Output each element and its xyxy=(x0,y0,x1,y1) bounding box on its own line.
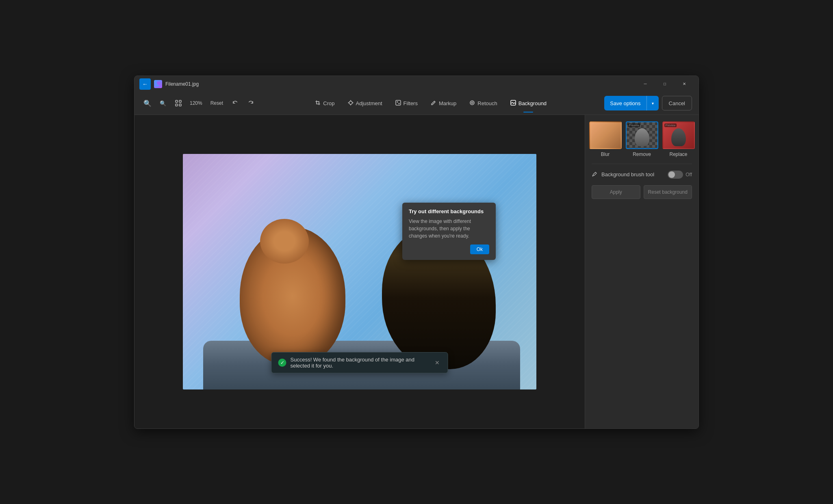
remove-preview-label: Preview xyxy=(628,123,640,127)
blur-background-option[interactable]: Blur xyxy=(589,121,622,157)
right-panel: Blur Preview Remove Preview Re xyxy=(585,115,699,428)
filters-icon xyxy=(395,100,401,107)
title-bar-left: ← Filename01.jpg xyxy=(139,78,636,90)
reset-button[interactable]: Reset xyxy=(207,99,226,108)
toggle-thumb xyxy=(668,171,675,178)
brush-icon xyxy=(592,171,598,178)
svg-rect-5 xyxy=(179,104,181,106)
panel-divider xyxy=(592,164,692,164)
background-tooltip: Try out different backgrounds View the i… xyxy=(402,203,496,260)
back-icon: ← xyxy=(142,81,148,87)
svg-rect-1 xyxy=(157,82,160,85)
fit-button[interactable] xyxy=(172,97,185,110)
apply-button[interactable]: Apply xyxy=(592,185,640,199)
remove-thumbnail: Preview xyxy=(626,121,658,149)
background-thumbnails: Blur Preview Remove Preview Re xyxy=(592,121,692,157)
svg-rect-4 xyxy=(176,104,178,106)
crop-icon xyxy=(315,100,321,107)
toolbar-left: 🔍 🔍 120% Reset xyxy=(141,97,257,110)
svg-point-11 xyxy=(471,102,473,104)
markup-icon xyxy=(431,100,436,107)
maximize-button[interactable]: □ xyxy=(655,78,674,91)
toast-message: Success! We found the background of the … xyxy=(291,357,429,369)
close-icon: ✕ xyxy=(683,82,686,86)
toolbar: 🔍 🔍 120% Reset Crop xyxy=(134,92,699,115)
image-container: Try out different backgrounds View the i… xyxy=(183,154,536,389)
save-options-arrow[interactable]: ▾ xyxy=(646,96,659,110)
minimize-button[interactable]: ─ xyxy=(636,78,655,91)
toolbar-right: Save options ▾ Cancel xyxy=(604,96,692,110)
success-icon: ✓ xyxy=(278,359,286,367)
minimize-icon: ─ xyxy=(644,82,646,86)
canvas-area: Try out different backgrounds View the i… xyxy=(134,115,585,428)
svg-rect-2 xyxy=(176,100,178,102)
window-title: Filename01.jpg xyxy=(165,81,199,87)
undo-button[interactable] xyxy=(229,97,242,110)
close-button[interactable]: ✕ xyxy=(675,78,694,91)
svg-point-6 xyxy=(349,101,352,104)
toast-close-button[interactable]: ✕ xyxy=(433,359,441,367)
toolbar-center: Crop Adjustment Filters Markup xyxy=(260,97,601,109)
replace-background-option[interactable]: Preview Replace xyxy=(662,121,695,157)
main-content: Try out different backgrounds View the i… xyxy=(134,115,699,428)
tooltip-title: Try out different backgrounds xyxy=(409,208,489,214)
brush-toggle[interactable]: Off xyxy=(668,171,692,179)
cancel-button[interactable]: Cancel xyxy=(662,96,692,110)
background-tool-button[interactable]: Background xyxy=(505,97,552,109)
retouch-icon xyxy=(469,100,475,107)
retouch-tool-button[interactable]: Retouch xyxy=(464,97,503,109)
title-bar: ← Filename01.jpg ─ □ ✕ xyxy=(134,76,699,92)
photos-icon xyxy=(155,81,161,87)
blur-thumbnail xyxy=(589,121,622,149)
save-options-label: Save options xyxy=(604,96,646,110)
markup-tool-button[interactable]: Markup xyxy=(425,97,462,109)
background-icon xyxy=(510,100,516,107)
brush-tool-row: Background brush tool Off xyxy=(592,171,692,179)
redo-button[interactable] xyxy=(244,97,257,110)
zoom-out-button[interactable]: 🔍 xyxy=(156,97,169,110)
save-options-button[interactable]: Save options ▾ xyxy=(604,96,658,110)
adjustment-icon xyxy=(348,100,354,107)
zoom-in-button[interactable]: 🔍 xyxy=(141,97,154,110)
tooltip-ok-button[interactable]: Ok xyxy=(470,244,489,254)
reset-background-button[interactable]: Reset background xyxy=(644,185,692,199)
blur-label: Blur xyxy=(601,151,610,157)
toggle-state: Off xyxy=(685,172,692,177)
replace-thumbnail: Preview xyxy=(662,121,695,149)
adjustment-tool-button[interactable]: Adjustment xyxy=(342,97,388,109)
svg-point-8 xyxy=(397,101,398,102)
svg-point-9 xyxy=(398,103,399,104)
app-icon xyxy=(154,80,162,88)
svg-rect-3 xyxy=(179,100,181,102)
action-buttons: Apply Reset background xyxy=(592,185,692,199)
crop-tool-button[interactable]: Crop xyxy=(309,97,340,109)
app-window: ← Filename01.jpg ─ □ ✕ 🔍 xyxy=(134,76,699,429)
fluffy-dog xyxy=(232,211,354,365)
tooltip-body: View the image with different background… xyxy=(409,218,489,240)
remove-label: Remove xyxy=(633,151,651,157)
svg-point-10 xyxy=(470,101,474,105)
back-button[interactable]: ← xyxy=(139,78,151,90)
window-controls: ─ □ ✕ xyxy=(636,78,694,91)
svg-rect-7 xyxy=(396,100,401,105)
maximize-icon: □ xyxy=(664,82,666,86)
replace-preview-label: Preview xyxy=(664,123,677,127)
replace-label: Replace xyxy=(669,151,687,157)
zoom-level: 120% xyxy=(187,100,205,106)
brush-tool-label: Background brush tool xyxy=(601,171,664,177)
filters-tool-button[interactable]: Filters xyxy=(390,97,423,109)
success-toast: ✓ Success! We found the background of th… xyxy=(271,352,448,373)
toggle-track[interactable] xyxy=(668,171,683,179)
remove-background-option[interactable]: Preview Remove xyxy=(626,121,658,157)
